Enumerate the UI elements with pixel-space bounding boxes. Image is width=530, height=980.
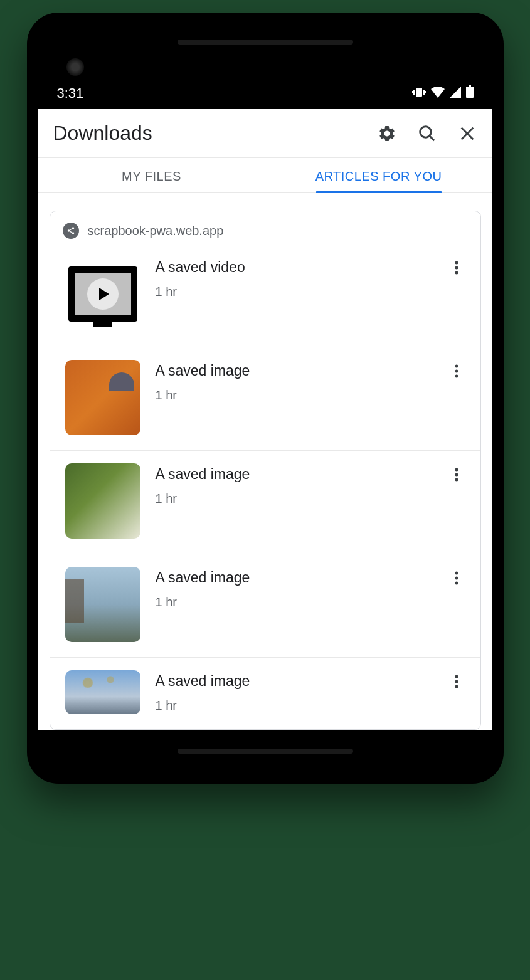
item-title: A saved image	[156, 466, 433, 483]
svg-point-7	[420, 126, 431, 137]
svg-point-29	[455, 680, 458, 683]
item-time: 1 hr	[156, 698, 433, 713]
svg-point-25	[455, 572, 458, 575]
settings-button[interactable]	[377, 124, 397, 144]
svg-point-20	[455, 370, 458, 373]
wifi-icon	[431, 85, 445, 102]
tabs: MY FILES ARTICLES FOR YOU	[38, 158, 492, 193]
image-thumbnail	[65, 360, 140, 435]
svg-rect-5	[469, 85, 471, 87]
page-title: Downloads	[53, 122, 377, 145]
item-time: 1 hr	[156, 492, 433, 506]
item-time: 1 hr	[156, 388, 433, 403]
item-title: A saved video	[156, 259, 433, 276]
item-title: A saved image	[156, 569, 433, 586]
play-icon	[87, 278, 119, 310]
svg-line-14	[69, 229, 72, 230]
svg-rect-3	[412, 91, 413, 93]
status-time: 3:31	[57, 85, 84, 102]
svg-rect-0	[416, 88, 422, 97]
list-item[interactable]: A saved image 1 hr	[50, 347, 480, 451]
app-header: Downloads	[38, 109, 492, 158]
svg-rect-1	[413, 90, 415, 95]
more-button[interactable]	[448, 673, 465, 690]
close-button[interactable]	[457, 124, 477, 144]
svg-point-27	[455, 582, 458, 585]
tab-articles-for-you[interactable]: ARTICLES FOR YOU	[265, 158, 492, 192]
svg-point-19	[455, 365, 458, 368]
battery-icon	[466, 85, 474, 102]
content-area: scrapbook-pwa.web.app A saved video 1 hr	[38, 193, 492, 730]
svg-rect-4	[425, 91, 426, 93]
svg-point-22	[455, 468, 458, 472]
app-content: Downloads MY FILES ARTICLES FOR YOU	[38, 109, 492, 730]
svg-point-12	[67, 229, 70, 232]
phone-frame: 3:31 Downloads	[27, 13, 504, 784]
svg-point-16	[455, 261, 458, 265]
card-header: scrapbook-pwa.web.app	[50, 211, 480, 244]
speaker-bottom	[178, 749, 353, 754]
signal-icon	[450, 85, 461, 102]
status-icons	[412, 85, 474, 102]
svg-line-15	[69, 231, 72, 233]
list-item[interactable]: A saved image 1 hr	[50, 554, 480, 658]
more-button[interactable]	[448, 466, 465, 483]
video-thumbnail	[65, 256, 140, 332]
more-button[interactable]	[448, 362, 465, 380]
more-button[interactable]	[448, 569, 465, 587]
svg-point-13	[72, 232, 74, 234]
source-label: scrapbook-pwa.web.app	[88, 224, 224, 238]
search-button[interactable]	[417, 124, 437, 144]
svg-point-26	[455, 577, 458, 580]
phone-screen: 3:31 Downloads	[38, 24, 492, 772]
svg-rect-2	[423, 90, 425, 95]
svg-line-8	[429, 135, 434, 140]
svg-point-18	[455, 271, 458, 275]
item-time: 1 hr	[156, 595, 433, 609]
list-item[interactable]: A saved image 1 hr	[50, 658, 480, 729]
vibrate-icon	[412, 85, 426, 102]
svg-point-23	[455, 473, 458, 477]
list-item[interactable]: A saved video 1 hr	[50, 244, 480, 347]
item-time: 1 hr	[156, 285, 433, 299]
svg-point-24	[455, 478, 458, 482]
status-bar: 3:31	[38, 54, 492, 109]
list-item[interactable]: A saved image 1 hr	[50, 451, 480, 554]
image-thumbnail	[65, 567, 140, 642]
svg-point-11	[72, 227, 74, 229]
speaker-top	[178, 40, 353, 45]
svg-point-30	[455, 685, 458, 688]
share-icon	[63, 223, 79, 239]
more-button[interactable]	[448, 259, 465, 277]
front-camera	[66, 58, 84, 76]
image-thumbnail	[65, 463, 140, 539]
image-thumbnail	[65, 670, 140, 714]
item-title: A saved image	[156, 362, 433, 379]
downloads-card: scrapbook-pwa.web.app A saved video 1 hr	[50, 211, 481, 730]
svg-rect-6	[466, 87, 474, 98]
tab-my-files[interactable]: MY FILES	[38, 158, 265, 192]
item-title: A saved image	[156, 673, 433, 690]
svg-point-17	[455, 266, 458, 270]
svg-point-21	[455, 375, 458, 378]
svg-point-28	[455, 675, 458, 678]
